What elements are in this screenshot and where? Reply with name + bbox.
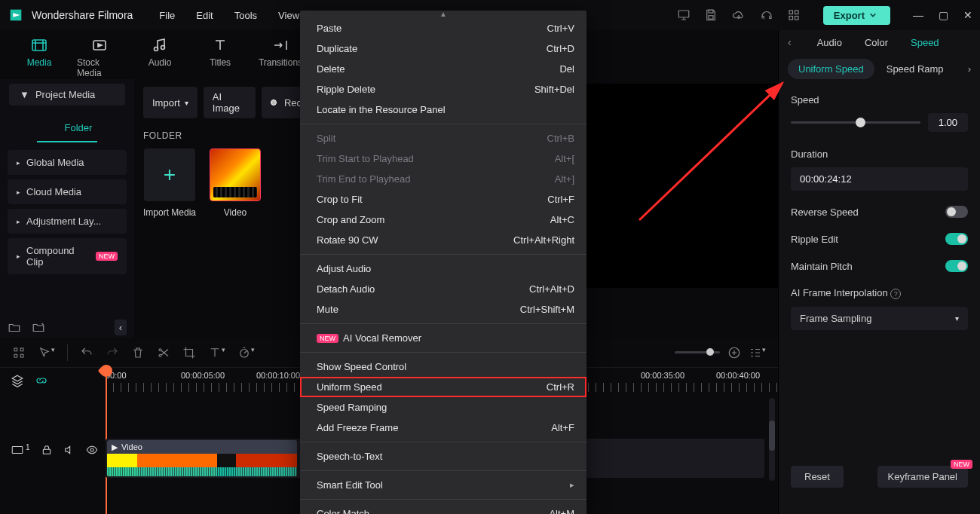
context-menu-item[interactable]: DeleteDel <box>300 59 586 79</box>
split-icon[interactable] <box>157 346 170 359</box>
sidebar-item-adjustment-layer[interactable]: ▸ Adjustment Lay... <box>8 209 127 234</box>
panel-tab-audio[interactable]: Audio <box>817 37 842 48</box>
layers-icon[interactable] <box>11 374 24 387</box>
panel-tab-speed[interactable]: Speed <box>911 37 939 48</box>
new-bin-icon[interactable] <box>32 321 45 335</box>
visibility-icon[interactable] <box>86 444 98 456</box>
context-menu-item[interactable]: Speech-to-Text <box>300 446 586 467</box>
sidebar-item-global-media[interactable]: ▸ Global Media <box>8 150 127 175</box>
monitor-icon[interactable] <box>677 8 691 22</box>
module-tab-stock[interactable]: Stock Media <box>77 36 122 78</box>
import-media-tile[interactable]: + Import Media <box>143 148 196 218</box>
maximize-button[interactable]: ▢ <box>939 9 948 21</box>
video-clip-tile[interactable]: Video <box>210 148 261 218</box>
context-menu-item-label: Ripple Delete <box>317 84 375 95</box>
crop-icon[interactable] <box>182 346 196 359</box>
context-menu-item[interactable]: Show Speed Control <box>300 356 586 377</box>
new-folder-icon[interactable] <box>8 321 21 335</box>
video-clip[interactable]: ▶ Video <box>107 440 297 476</box>
subtab-next-arrow[interactable]: › <box>968 63 971 75</box>
context-menu-item[interactable]: Uniform SpeedCtrl+R <box>300 377 586 397</box>
project-media-header[interactable]: ▼ Project Media <box>9 84 125 106</box>
context-menu-item[interactable]: Color MatchAlt+M <box>300 503 586 514</box>
context-menu-item[interactable]: NEWAI Vocal Remover <box>300 328 586 348</box>
maintain-pitch-toggle[interactable] <box>945 260 968 272</box>
speed-slider[interactable]: 1.00 <box>791 113 968 132</box>
delete-icon[interactable] <box>131 346 145 359</box>
context-menu-item[interactable]: DuplicateCtrl+D <box>300 38 586 59</box>
reset-button[interactable]: Reset <box>791 466 844 488</box>
context-menu-item[interactable]: Detach AudioCtrl+Alt+D <box>300 279 586 299</box>
cloud-icon[interactable] <box>731 8 746 22</box>
ripple-edit-toggle[interactable] <box>945 233 968 245</box>
context-menu-item[interactable]: PasteCtrl+V <box>300 18 586 38</box>
context-menu-item[interactable]: Add Freeze FrameAlt+F <box>300 418 586 438</box>
zoom-in-icon[interactable] <box>727 346 741 359</box>
context-menu-item[interactable]: MuteCtrl+Shift+M <box>300 299 586 320</box>
keyframe-panel-button[interactable]: Keyframe Panel NEW <box>877 466 969 488</box>
context-menu-item[interactable]: Speed Ramping <box>300 397 586 418</box>
menu-tools[interactable]: Tools <box>234 10 257 21</box>
context-menu-item[interactable]: Rotate 90 CWCtrl+Alt+Right <box>300 230 586 250</box>
speed-label: Speed <box>791 94 968 106</box>
module-tab-media[interactable]: Media <box>17 36 62 78</box>
import-button[interactable]: Import ▾ <box>143 87 198 118</box>
context-menu-item[interactable]: Crop to FitCtrl+F <box>300 189 586 210</box>
context-menu-shortcut: Alt+F <box>551 422 574 433</box>
timeline-scrollbar[interactable] <box>769 398 775 481</box>
undo-icon[interactable] <box>80 346 93 359</box>
chevron-right-icon: ▸ <box>17 159 20 167</box>
module-tab-transitions[interactable]: Transitions <box>258 36 303 78</box>
redo-icon[interactable] <box>106 346 119 359</box>
duration-input[interactable]: 00:00:24:12 <box>791 167 968 191</box>
sidebar-item-compound-clip[interactable]: ▸ Compound Clip NEW <box>8 238 127 274</box>
menu-file[interactable]: File <box>159 10 175 21</box>
module-tab-titles[interactable]: Titles <box>198 36 243 78</box>
headphones-icon[interactable] <box>760 8 773 22</box>
panel-tab-color[interactable]: Color <box>865 37 888 48</box>
interpolation-dropdown[interactable]: Frame Sampling ▾ <box>791 307 968 330</box>
slider-thumb-icon[interactable] <box>856 118 865 127</box>
subtab-speed-ramp[interactable]: Speed Ramp <box>879 59 951 79</box>
lock-icon[interactable] <box>41 444 53 456</box>
module-tab-audio[interactable]: Audio <box>137 36 182 78</box>
link-icon[interactable] <box>35 374 48 387</box>
zoom-thumb-icon[interactable] <box>706 348 714 356</box>
media-sidebar: ▼ Project Media Folder ▸ Global Media ▸ … <box>0 79 134 343</box>
sidebar-item-cloud-media[interactable]: ▸ Cloud Media <box>8 179 127 204</box>
context-menu-item[interactable]: Adjust Audio <box>300 259 586 279</box>
context-menu-item[interactable]: Crop and ZoomAlt+C <box>300 210 586 230</box>
view-options-icon[interactable]: ▾ <box>749 346 766 359</box>
panel-prev-arrow[interactable]: ‹ <box>788 36 792 48</box>
speed-value[interactable]: 1.00 <box>928 113 968 132</box>
context-menu-item: Trim End to PlayheadAlt+] <box>300 169 586 189</box>
collapse-sidebar-button[interactable]: ‹ <box>115 320 127 335</box>
context-menu-item[interactable]: Locate in the Resource Panel <box>300 99 586 120</box>
menu-edit[interactable]: Edit <box>196 10 213 21</box>
zoom-slider[interactable] <box>675 351 720 353</box>
selection-tool-icon[interactable]: ▾ <box>38 346 55 359</box>
apps-grid-icon[interactable] <box>12 346 26 359</box>
info-icon[interactable]: ? <box>890 289 901 299</box>
menu-grip-icon[interactable]: ▲ <box>300 11 586 18</box>
export-button[interactable]: Export <box>823 6 890 25</box>
context-menu-item-label: Rotate 90 CW <box>317 234 378 246</box>
context-menu-item-label: Crop to Fit <box>317 194 363 205</box>
close-button[interactable]: ✕ <box>963 9 972 21</box>
menu-view[interactable]: View <box>278 10 299 21</box>
context-menu-item-label: Speech-to-Text <box>317 451 382 462</box>
subtab-uniform-speed[interactable]: Uniform Speed <box>788 59 874 79</box>
minimize-button[interactable]: — <box>913 9 923 21</box>
speed-icon[interactable]: ▾ <box>237 346 255 359</box>
text-icon[interactable]: ▾ <box>208 346 225 359</box>
reverse-speed-toggle[interactable] <box>945 206 968 218</box>
ai-image-button[interactable]: AI Image <box>204 87 256 118</box>
save-icon[interactable] <box>704 8 718 22</box>
context-menu-item-label: Delete <box>317 63 345 75</box>
apps-icon[interactable] <box>787 8 801 22</box>
mute-icon[interactable] <box>63 444 75 456</box>
context-menu-item[interactable]: Ripple DeleteShift+Del <box>300 79 586 99</box>
folder-tab[interactable]: Folder <box>37 115 97 142</box>
context-menu-item[interactable]: Smart Edit Tool <box>300 475 586 495</box>
track-video-icon[interactable]: 1 <box>11 443 30 457</box>
